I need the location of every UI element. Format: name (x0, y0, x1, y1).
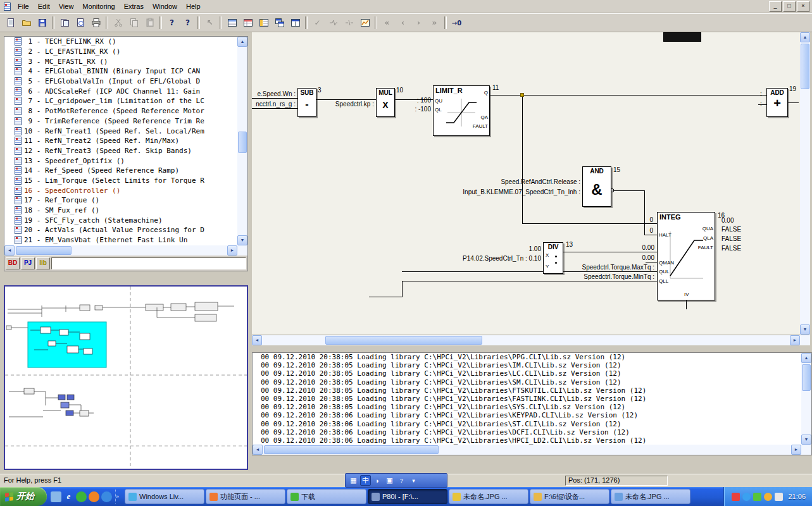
tree-hscrollbar[interactable]: ◄ ► (4, 245, 237, 256)
task-button[interactable]: Windows Liv... (125, 489, 204, 504)
tree-vscrollbar[interactable]: ▲ ▼ (237, 37, 247, 245)
scroll-down-button[interactable]: ▼ (800, 324, 810, 335)
menu-view[interactable]: View (54, 1, 78, 11)
select-arrow-button[interactable]: ↖ (202, 15, 218, 30)
scroll-up-button[interactable]: ▲ (801, 353, 811, 363)
ime-mode-icon[interactable]: ◗ (372, 475, 383, 486)
minimize-button[interactable]: _ (769, 1, 782, 12)
scroll-thumb[interactable] (802, 364, 811, 391)
ime-pad-icon[interactable]: ▣ (384, 475, 395, 486)
tab-bd[interactable]: BD (6, 257, 20, 269)
task-button[interactable]: 未命名.JPG ... (449, 489, 528, 504)
print-preview-button[interactable] (72, 15, 88, 30)
block-sub[interactable]: SUB - (297, 88, 316, 117)
scroll-thumb[interactable] (325, 336, 482, 345)
list-item[interactable]: 8 - PotMotReference (Speed Reference Mot… (4, 106, 237, 116)
task-button[interactable]: F:\6辊\设备... (530, 489, 609, 504)
copy-button[interactable] (126, 15, 142, 30)
menu-edit[interactable]: Edit (34, 1, 54, 11)
list-item[interactable]: 7 - LC_gridpower_lim (Limitation of the … (4, 96, 237, 106)
restore-button[interactable]: □ (783, 1, 796, 12)
menu-help[interactable]: Help (182, 1, 205, 11)
list-item[interactable]: 15 - Lim_Torque (Select Limits for Torqu… (4, 176, 237, 186)
scroll-up-button[interactable]: ▲ (237, 37, 247, 47)
function-list[interactable]: 1 - TECH_EFLINK_RX () 2 - LC_EFASTLINK_R… (4, 37, 237, 245)
save-button[interactable] (34, 15, 50, 30)
volume-icon[interactable] (775, 493, 783, 501)
list-item[interactable]: 20 - ActVals (Actual Value Processing fo… (4, 225, 237, 235)
first-page-button[interactable]: « (379, 15, 395, 30)
check-button[interactable]: ✓ (309, 15, 325, 30)
zero-offset-button[interactable]: →0 (449, 15, 465, 30)
signal-list-button[interactable] (256, 15, 272, 30)
list-item[interactable]: 21 - EM_VamsVbat (Ethernet Fast Link Un (4, 235, 237, 245)
block-limit-r[interactable]: LIMIT_R QU QL Q QA FAULT (433, 85, 490, 136)
log-hscrollbar[interactable]: ◄ ► (253, 445, 801, 455)
list-item[interactable]: 2 - LC_EFASTLINK_RX () (4, 47, 237, 57)
block-partial[interactable] (663, 32, 701, 42)
downloader-icon[interactable] (89, 491, 99, 502)
quick-launch-overflow[interactable]: » (115, 490, 119, 503)
list-item[interactable]: 9 - TrimReference (Speed Reference Trim … (4, 116, 237, 126)
chinese-input-icon[interactable]: 中 (360, 475, 371, 486)
task-button[interactable]: 下载 (287, 489, 366, 504)
page-setup-button[interactable] (56, 15, 72, 30)
options-icon[interactable]: ▾ (408, 475, 419, 486)
scroll-down-button[interactable]: ▼ (237, 235, 247, 245)
last-page-button[interactable]: » (427, 15, 442, 30)
menu-extras[interactable]: Extras (120, 1, 148, 11)
block-and[interactable]: AND & (582, 166, 611, 207)
list-item[interactable]: 6 - ADCScaleRef (ICP ADC Channel 11: Gai… (4, 86, 237, 96)
task-button-active[interactable]: P80i - [F:\... (368, 489, 447, 504)
print-button[interactable] (88, 15, 104, 30)
list-item[interactable]: 19 - SFC_Fly_catch (Statemachine) (4, 215, 237, 225)
scroll-thumb[interactable] (238, 132, 247, 153)
scroll-thumb[interactable] (264, 445, 439, 454)
list-item[interactable]: 11 - RefN_Treat2 (Speed Ref. Min/Max) (4, 136, 237, 146)
connect-button[interactable] (325, 15, 341, 30)
trend-button[interactable] (357, 15, 373, 30)
scroll-thumb[interactable] (16, 246, 72, 255)
next-page-button[interactable]: › (411, 15, 427, 30)
help-button[interactable]: ? (164, 15, 180, 30)
scroll-up-button[interactable]: ▲ (800, 32, 810, 42)
list-item[interactable]: 4 - EFLGlobal_BININ (Binary Input ICP CA… (4, 66, 237, 77)
scroll-right-button[interactable]: ► (227, 245, 237, 256)
list-item[interactable]: 17 - Ref_Torque () (4, 195, 237, 206)
menu-monitoring[interactable]: Monitoring (78, 1, 119, 11)
window-tile-button[interactable] (287, 15, 303, 30)
safety-shield-icon[interactable] (753, 493, 761, 501)
new-button[interactable] (3, 15, 18, 30)
list-item[interactable]: 10 - RefN_Treat1 (Speed Ref. Sel. Local/… (4, 126, 237, 136)
list-item[interactable]: 5 - EFLGlobalValIn (Input of EFL/Global … (4, 77, 237, 87)
list-item[interactable]: 14 - Ref_Speed (Speed Reference Ramp) (4, 166, 237, 176)
menu-file[interactable]: File (13, 1, 34, 11)
canvas-hscrollbar[interactable]: ◄ ► (252, 335, 800, 345)
menu-window[interactable]: Window (148, 1, 182, 11)
block-add[interactable]: ADD + (766, 88, 788, 117)
scroll-right-button[interactable]: ► (790, 335, 800, 345)
paste-button[interactable] (142, 15, 158, 30)
function-list-button[interactable] (224, 15, 240, 30)
start-button[interactable]: 开始 (0, 487, 47, 506)
log-vscrollbar[interactable]: ▲ ▼ (801, 353, 811, 445)
scroll-left-button[interactable]: ◄ (4, 245, 15, 256)
task-button[interactable]: 功能页面 - ... (206, 489, 285, 504)
db-manager-button[interactable] (240, 15, 256, 30)
block-integ[interactable]: INTEG HALT QMAN QUL QLL IV QUA QLA FAULT (657, 212, 715, 300)
close-button[interactable]: × (797, 1, 809, 12)
help-icon[interactable]: ? (396, 475, 407, 486)
previous-page-button[interactable]: ‹ (395, 15, 411, 30)
disconnect-button[interactable] (341, 15, 357, 30)
list-item[interactable]: 18 - SM_Fux_ref () (4, 206, 237, 216)
list-item[interactable]: 1 - TECH_EFLINK_RX () (4, 37, 237, 47)
show-desktop-icon[interactable] (51, 491, 61, 502)
overview-panel[interactable] (4, 285, 248, 470)
scroll-down-button[interactable]: ▼ (801, 435, 811, 445)
tab-lib[interactable]: lib (36, 257, 50, 269)
cut-button[interactable] (110, 15, 126, 30)
task-button[interactable]: 未命名.JPG ... (611, 489, 690, 504)
scroll-thumb[interactable] (801, 44, 809, 89)
block-mul[interactable]: MUL X (376, 88, 395, 117)
context-help-button[interactable]: ? (180, 15, 196, 30)
